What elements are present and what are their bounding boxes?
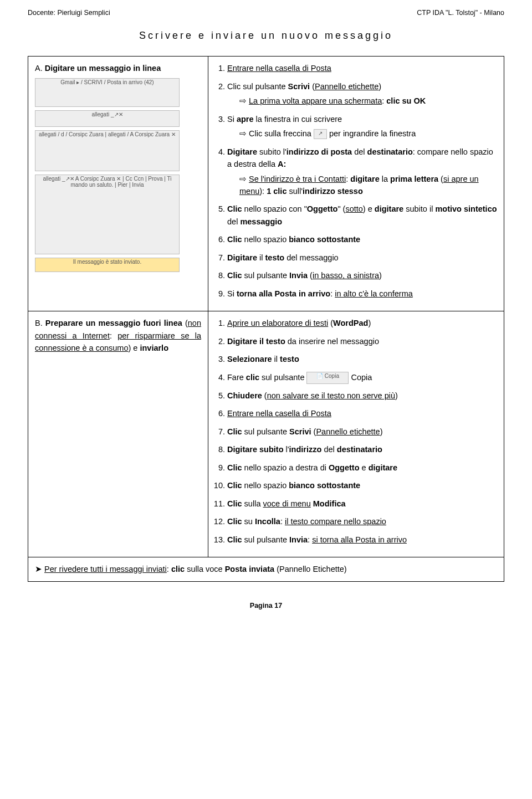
- header-left: Docente: Pierluigi Semplici: [28, 8, 110, 18]
- stepB4: Fare clic sul pulsante 📄 Copia Copia: [227, 371, 497, 384]
- sectionA-left: A. Digitare un messaggio in linea Gmail …: [28, 57, 208, 311]
- stepA6: Clic nello spazio bianco sottostante: [227, 233, 497, 245]
- stepB12: Clic su Incolla: il testo compare nello …: [227, 515, 497, 527]
- expand-icon: ↗: [314, 129, 327, 139]
- stepB6: Entrare nella casella di Posta: [227, 407, 497, 419]
- stepA7: Digitare il testo del messaggio: [227, 252, 497, 264]
- page: Docente: Pierluigi Semplici CTP IDA "L. …: [0, 0, 532, 633]
- sectionA-right: Entrare nella casella di Posta Clic sul …: [208, 57, 504, 311]
- stepA3: Si apre la finestra in cui scrivere Clic…: [227, 113, 497, 140]
- screenshot-a5: Il messaggio è stato inviato.: [35, 258, 180, 272]
- stepB1: Aprire un elaboratore di testi (WordPad): [227, 317, 497, 329]
- page-title: Scrivere e inviare un nuovo messaggio: [28, 28, 504, 44]
- stepB2: Digitare il testo da inserire nel messag…: [227, 335, 497, 347]
- stepA1: Entrare nella casella di Posta: [227, 62, 497, 74]
- stepB8: Digitare subito l'indirizzo del destinat…: [227, 443, 497, 455]
- sectionB-right: Aprire un elaboratore di testi (WordPad)…: [208, 311, 504, 557]
- sectionA-steps: Entrare nella casella di Posta Clic sul …: [215, 62, 497, 300]
- stepB3: Selezionare il testo: [227, 353, 497, 365]
- header-bar: Docente: Pierluigi Semplici CTP IDA "L. …: [28, 8, 504, 18]
- screenshot-a1: Gmail ▸ / SCRIVI / Posta in arrivo (42): [35, 78, 180, 107]
- stepA8: Clic sul pulsante Invia (in basso, a sin…: [227, 269, 497, 281]
- screenshot-a3: allegati / d / Corsipc Zuara | allegati …: [35, 130, 180, 171]
- sectionA-heading: A. Digitare un messaggio in linea: [35, 64, 161, 73]
- stepA2: Clic sul pulsante Scrivi (Pannello etich…: [227, 80, 497, 107]
- stepA9: Si torna alla Posta in arrivo: in alto c…: [227, 288, 497, 300]
- stepA5: Clic nello spazio con "Oggetto" (sotto) …: [227, 203, 497, 228]
- stepB5: Chiudere (non salvare se il testo non se…: [227, 390, 497, 402]
- screenshot-a2: allegati _↗✕: [35, 110, 180, 127]
- copia-button-icon: 📄 Copia: [306, 372, 349, 384]
- stepB7: Clic sul pulsante Scrivi (Pannello etich…: [227, 426, 497, 438]
- stepB11: Clic sulla voce di menu Modifica: [227, 498, 497, 510]
- stepB10: Clic nello spazio bianco sottostante: [227, 479, 497, 491]
- sectionB-steps: Aprire un elaboratore di testi (WordPad)…: [215, 317, 497, 546]
- stepA4-sub: Se l'indirizzo è tra i Contatti: digitar…: [227, 173, 497, 198]
- header-right: CTP IDA "L. Tolstoj" - Milano: [417, 8, 504, 18]
- screenshot-a4: allegati _↗✕ A Corsipc Zuara ✕ | Cc Ccn …: [35, 175, 180, 254]
- main-table: A. Digitare un messaggio in linea Gmail …: [28, 56, 504, 581]
- stepB13: Clic sul pulsante Invia: si torna alla P…: [227, 534, 497, 546]
- page-number: Pagina 17: [28, 601, 504, 611]
- stepB9: Clic nello spazio a destra di Oggetto e …: [227, 462, 497, 474]
- footer-row: Per rivedere tutti i messaggi inviati: c…: [28, 557, 504, 581]
- stepA4: Digitare subito l'indirizzo di posta del…: [227, 146, 497, 198]
- footer-bullet: [35, 565, 44, 573]
- stepA2-sub: La prima volta appare una schermata: cli…: [227, 95, 497, 107]
- sectionB-left: B. Preparare un messaggio fuori linea (n…: [28, 311, 208, 557]
- stepA3-sub: Clic sulla freccina ↗ per ingrandire la …: [227, 127, 497, 140]
